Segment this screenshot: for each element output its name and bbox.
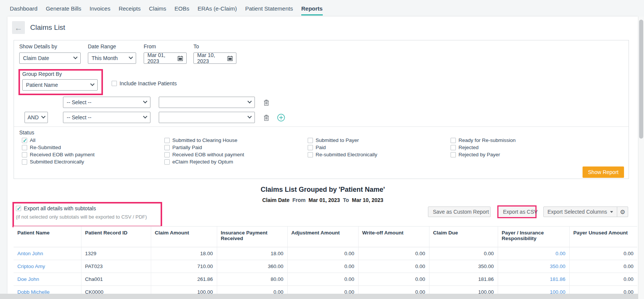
condition-2-delete-button[interactable] <box>264 114 269 121</box>
chevron-down-icon <box>90 82 94 86</box>
export-selected-columns-label: Export Selected Columns <box>547 209 607 215</box>
scrollbar-thumb[interactable] <box>639 20 643 139</box>
payer-responsibility-link[interactable]: 100.00 <box>498 286 569 294</box>
nav-item-receipts[interactable]: Receipts <box>119 0 141 17</box>
calendar-icon[interactable] <box>227 55 233 61</box>
status-checkbox-rejected-by-payer[interactable]: Rejected by Payer <box>451 152 516 157</box>
patient-name-link[interactable]: Doe John <box>14 273 81 286</box>
group-report-by-annotation-highlight: Group Report By Patient Name <box>18 69 103 95</box>
patient-record-id-cell: Cha001 <box>81 273 151 286</box>
nav-item-claims[interactable]: Claims <box>149 0 166 17</box>
claim-amount-cell: 710.00 <box>151 260 217 273</box>
status-checkbox-paid[interactable]: Paid <box>308 145 377 150</box>
status-checkbox-received-eob-without-payment[interactable]: Received EOB without payment <box>164 152 244 157</box>
vertical-scrollbar[interactable] <box>638 17 644 299</box>
add-condition-button[interactable] <box>277 114 285 122</box>
checkbox-box[interactable] <box>451 152 456 157</box>
checkbox-box[interactable] <box>22 152 27 157</box>
checkbox-box[interactable] <box>308 138 313 143</box>
status-checkbox-submitted-to-payer[interactable]: Submitted to Payer <box>308 137 377 143</box>
condition-1-delete-button[interactable] <box>264 99 269 106</box>
checkbox-box[interactable] <box>308 145 313 150</box>
checkbox-box[interactable] <box>164 145 170 150</box>
col-header-insurance-payment-received[interactable]: Insurance Payment Received <box>217 227 287 247</box>
back-button[interactable]: ← <box>12 21 25 34</box>
patient-record-id-cell: 1329 <box>81 247 151 260</box>
payer-responsibility-link[interactable]: 181.86 <box>498 273 569 286</box>
condition-2-field-value: -- Select -- <box>67 114 91 120</box>
condition-2-field-select[interactable]: -- Select -- <box>63 112 150 123</box>
status-checkbox-submitted-to-clearing-house[interactable]: Submitted to Clearing House <box>164 137 244 143</box>
include-inactive-patients-checkbox[interactable]: Include Inactive Patients <box>112 80 177 86</box>
patient-name-link[interactable]: Anton John <box>14 247 81 260</box>
col-header-patient-name[interactable]: Patient Name <box>14 227 81 247</box>
col-header-payer-insurance-responsibility[interactable]: Payer / Insurance Responsibility <box>498 227 569 247</box>
export-as-csv-button[interactable]: Export as CSV <box>498 207 535 217</box>
checkbox-box[interactable] <box>451 145 456 150</box>
claim-amount-cell: 100.00 <box>151 286 217 294</box>
checkbox-box[interactable] <box>164 159 170 165</box>
table-row: Anton John 1329 18.00 18.00 0.00 0.00 0.… <box>14 247 637 260</box>
condition-1-value-select[interactable] <box>159 97 255 108</box>
checkbox-box[interactable] <box>164 138 170 143</box>
show-details-by-select[interactable]: Claim Date <box>19 52 81 64</box>
show-report-button[interactable]: Show Report <box>583 166 624 178</box>
status-checkbox-eclaim-rejected-by-optum[interactable]: eClaim Rejected by Optum <box>164 159 244 165</box>
date-from-input[interactable]: Mar 01, 2023 <box>144 52 187 64</box>
status-checkbox-ready-for-re-submission[interactable]: Ready for Re-submission <box>451 137 516 143</box>
status-checkbox-submitted-electronically[interactable]: Submitted Electronically <box>22 159 95 165</box>
col-header-patient-record-id[interactable]: Patient Record ID <box>81 227 151 247</box>
checkbox-box[interactable] <box>22 159 27 165</box>
chevron-down-icon <box>143 114 147 119</box>
condition-2-logic-select[interactable]: AND <box>25 112 48 123</box>
app-window: Dashboard Generate Bills Invoices Receip… <box>0 0 644 299</box>
date-to-input[interactable]: Mar 10, 2023 <box>193 52 236 64</box>
group-report-by-select[interactable]: Patient Name <box>22 79 98 91</box>
checkbox-box[interactable] <box>451 138 456 143</box>
col-header-claim-amount[interactable]: Claim Amount <box>151 227 217 247</box>
chevron-down-icon <box>73 55 77 59</box>
save-as-custom-report-button[interactable]: Save as Custom Report <box>428 207 491 217</box>
status-checkbox-rejected[interactable]: Rejected <box>451 145 516 150</box>
status-checkbox-received-eob-with-payment[interactable]: Received EOB with payment <box>22 152 95 157</box>
condition-1-field-select[interactable]: -- Select -- <box>63 97 150 108</box>
patient-name-link[interactable]: Criptoo Amy <box>14 260 81 273</box>
col-header-adjustment-amount[interactable]: Adjustment Amount <box>287 227 358 247</box>
calendar-icon[interactable] <box>178 55 183 61</box>
nav-item-eobs[interactable]: EOBs <box>175 0 189 17</box>
col-header-payer-unused-amount[interactable]: Payer Unused Amount <box>569 227 637 247</box>
nav-item-reports[interactable]: Reports <box>301 0 323 17</box>
checkbox-box[interactable] <box>112 81 117 86</box>
gear-icon[interactable]: ⚙ <box>617 208 628 216</box>
nav-item-patient-statements[interactable]: Patient Statements <box>245 0 293 17</box>
write-off-amount-cell: 0.00 <box>358 260 429 273</box>
window-bottom-edge <box>0 294 644 299</box>
status-column-1: All Re-Submitted Received EOB with payme… <box>22 137 95 165</box>
checkbox-box[interactable] <box>22 138 27 143</box>
col-header-write-off-amount[interactable]: Write-off Amount <box>358 227 429 247</box>
date-to-group: To Mar 10, 2023 <box>193 43 236 64</box>
nav-item-generate-bills[interactable]: Generate Bills <box>46 0 81 17</box>
nav-item-eras[interactable]: ERAs (e-Claim) <box>198 0 237 17</box>
checkbox-box[interactable] <box>22 145 27 150</box>
col-header-claim-due[interactable]: Claim Due <box>429 227 498 247</box>
status-checkbox-re-submitted-electronically[interactable]: Re-submitted Electronically <box>308 152 377 157</box>
status-checkbox-partially-paid[interactable]: Partially Paid <box>164 145 244 150</box>
checkbox-box[interactable] <box>164 152 170 157</box>
nav-item-dashboard[interactable]: Dashboard <box>10 0 37 17</box>
condition-2-value-select[interactable] <box>159 112 255 123</box>
table-row: Dobb Michelle CK0000 100.00 0.00 0.00 0.… <box>14 286 637 294</box>
nav-item-invoices[interactable]: Invoices <box>90 0 110 17</box>
payer-responsibility-link[interactable]: 0.00 <box>498 247 569 260</box>
date-range-select[interactable]: This Month <box>88 52 136 64</box>
date-range-label: Date Range <box>88 43 136 49</box>
export-selected-columns-button[interactable]: Export Selected Columns <box>544 207 617 217</box>
checkbox-box[interactable] <box>308 152 313 157</box>
payer-responsibility-link[interactable]: 350.00 <box>498 260 569 273</box>
insurance-payment-cell: 80.00 <box>217 273 287 286</box>
status-checkbox-all[interactable]: All <box>22 137 95 143</box>
insurance-payment-cell: 0.00 <box>217 286 287 294</box>
claim-due-cell: 100.00 <box>429 286 498 294</box>
status-checkbox-re-submitted[interactable]: Re-Submitted <box>22 145 95 150</box>
patient-name-link[interactable]: Dobb Michelle <box>14 286 81 294</box>
